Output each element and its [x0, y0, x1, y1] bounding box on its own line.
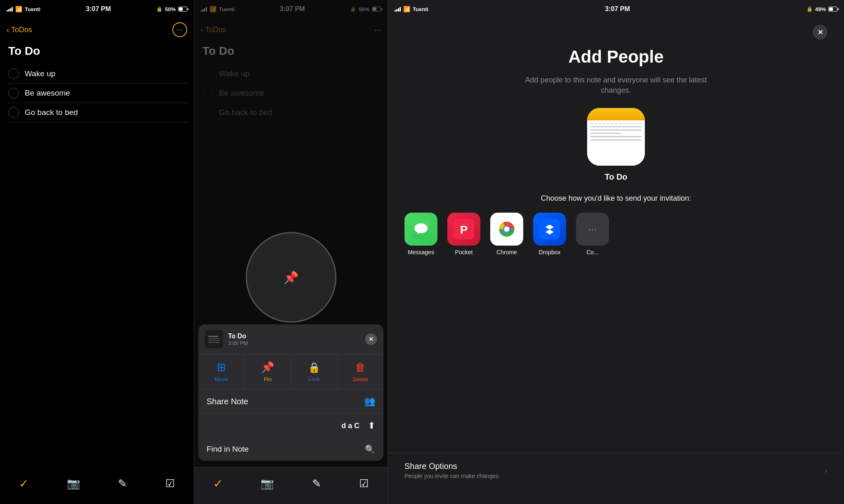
find-note-label: Find in Note [207, 445, 249, 454]
more-icon: ··· [576, 213, 609, 246]
app-pocket[interactable]: P Pocket [447, 213, 480, 256]
send-row[interactable]: d a C ⬆ [198, 414, 383, 438]
pocket-label: Pocket [455, 249, 473, 256]
notes-line-1 [590, 123, 642, 124]
messages-label: Messages [408, 249, 434, 256]
panel-1: 📶 Tuenti 3:07 PM 🔒 50% ‹ ToDos ··· To Do… [0, 0, 194, 504]
todo-item-1-2[interactable]: Be awesome [7, 84, 187, 103]
app-more[interactable]: ··· Co... [576, 213, 609, 256]
panel-2: 📶 Tuenti 3:07 PM 🔒 50% ‹ ToDos ··· To Do… [194, 0, 388, 504]
compose-icon-1[interactable]: ✎ [118, 477, 127, 490]
notes-line-5 [590, 136, 642, 137]
more-button-1[interactable]: ··· [172, 22, 187, 37]
notes-icon-top [587, 108, 645, 120]
signal-icon-1 [7, 7, 13, 12]
check-icon-2[interactable]: ✓ [213, 477, 223, 490]
add-people-title: Add People [568, 47, 663, 67]
time-1: 3:07 PM [86, 5, 110, 13]
app-dropbox[interactable]: Dropbox [533, 213, 566, 256]
signal-icon-3 [395, 7, 401, 12]
delete-button[interactable]: 🗑 Delete [338, 354, 384, 389]
share-options-text: Share Options People you invite can make… [404, 462, 500, 479]
pocket-icon: P [447, 213, 480, 246]
check-icon-1[interactable]: ✓ [19, 477, 28, 490]
todo-list-1: Wake up Be awesome Go back to bed [0, 64, 194, 122]
close-button-right[interactable]: ✕ [813, 25, 828, 40]
todo-label-1-3: Go back to bed [25, 108, 78, 117]
dropbox-label: Dropbox [539, 249, 561, 256]
share-note-row[interactable]: Share Note 👥 [198, 389, 383, 414]
compose-icon-2[interactable]: ✎ [312, 477, 321, 490]
status-bar-3: 📶 Tuenti 3:07 PM 🔒 49% [388, 0, 844, 18]
notes-line-3 [590, 129, 642, 131]
chrome-icon [490, 213, 523, 246]
share-options-row[interactable]: Share Options People you invite can make… [388, 453, 844, 488]
todo-label-1-2: Be awesome [25, 89, 70, 98]
share-people-icon: 👥 [364, 396, 375, 407]
lock-icon-1: 🔒 [156, 6, 162, 12]
svg-point-8 [504, 227, 510, 232]
lock-label: Lock [308, 376, 320, 382]
wifi-icon-1: 📶 [15, 6, 22, 12]
overlay-close-button[interactable]: ✕ [365, 333, 377, 345]
battery-pct-1: 50% [165, 6, 176, 12]
todo-checkbox-1-2[interactable] [8, 88, 19, 98]
notes-line-6 [590, 139, 642, 141]
section-title-1: To Do [0, 41, 194, 64]
more-label: Co... [586, 249, 599, 256]
overlay-header: To Do 3:06 PM ✕ [198, 324, 383, 354]
back-button-1[interactable]: ‹ ToDos [7, 25, 32, 35]
delete-label: Delete [353, 376, 368, 382]
delete-icon: 🗑 [355, 361, 366, 374]
status-right-3: 🔒 49% [806, 6, 837, 12]
nav-bar-1: ‹ ToDos ··· [0, 18, 194, 41]
lock-button[interactable]: 🔒 Lock [291, 354, 338, 389]
add-people-panel: Add People Add people to this note and e… [388, 18, 844, 213]
todo-label-1-1: Wake up [25, 69, 55, 78]
app-chrome[interactable]: Chrome [490, 213, 523, 256]
find-note-row[interactable]: Find in Note 🔍 [198, 438, 383, 461]
app-messages[interactable]: Messages [404, 213, 437, 256]
move-button[interactable]: ⊞ Move [198, 354, 245, 389]
todo-item-1-3[interactable]: Go back to bed [7, 103, 187, 122]
todo-checkbox-1-3[interactable] [8, 107, 19, 118]
status-right-1: 🔒 50% [156, 6, 187, 12]
share-note-label: Share Note [207, 397, 248, 406]
send-partial-text: d a C [341, 422, 360, 430]
choose-label: Choose how you'd like to send your invit… [541, 194, 691, 203]
lock-icon-3: 🔒 [806, 6, 813, 12]
status-left-1: 📶 Tuenti [7, 6, 40, 12]
share-options-title: Share Options [404, 462, 500, 471]
svg-text:P: P [460, 223, 468, 236]
status-bar-1: 📶 Tuenti 3:07 PM 🔒 50% [0, 0, 194, 18]
notes-name: To Do [604, 172, 627, 182]
notes-line-4 [590, 133, 621, 134]
carrier-1: Tuenti [25, 6, 40, 12]
pin-button[interactable]: 📌 Pin [245, 354, 292, 389]
pin-label: Pin [264, 376, 272, 382]
messages-icon [404, 213, 437, 246]
overlay-card: To Do 3:06 PM ✕ ⊞ Move 📌 Pin 🔒 Lock 🗑 De… [198, 324, 383, 461]
move-label: Move [215, 376, 228, 382]
action-buttons-row: ⊞ Move 📌 Pin 🔒 Lock 🗑 Delete [198, 354, 383, 389]
battery-icon-3 [828, 7, 837, 12]
camera-icon-2[interactable]: 📷 [261, 477, 274, 490]
note-thumbnail [205, 330, 223, 348]
edit-icon-1[interactable]: ☑ [165, 477, 175, 490]
todo-checkbox-1-1[interactable] [8, 68, 19, 79]
svg-point-1 [414, 223, 428, 233]
search-icon-overlay: 🔍 [365, 444, 375, 454]
pin-icon: 📌 [261, 361, 274, 374]
lock-icon: 🔒 [308, 362, 320, 373]
camera-icon-1[interactable]: 📷 [67, 477, 80, 490]
bottom-toolbar-2: ✓ 📷 ✎ ☑ [194, 467, 388, 504]
overlay-note-time: 3:06 PM [228, 340, 360, 346]
battery-pct-3: 49% [815, 6, 826, 12]
back-chevron-1: ‹ [7, 25, 9, 35]
status-left-3: 📶 Tuenti [395, 6, 428, 12]
notes-icon-body [587, 120, 645, 166]
share-options-subtitle: People you invite can make changes. [404, 473, 500, 479]
edit-icon-2[interactable]: ☑ [359, 477, 369, 490]
todo-item-1-1[interactable]: Wake up [7, 64, 187, 84]
notes-line-2 [590, 126, 642, 127]
